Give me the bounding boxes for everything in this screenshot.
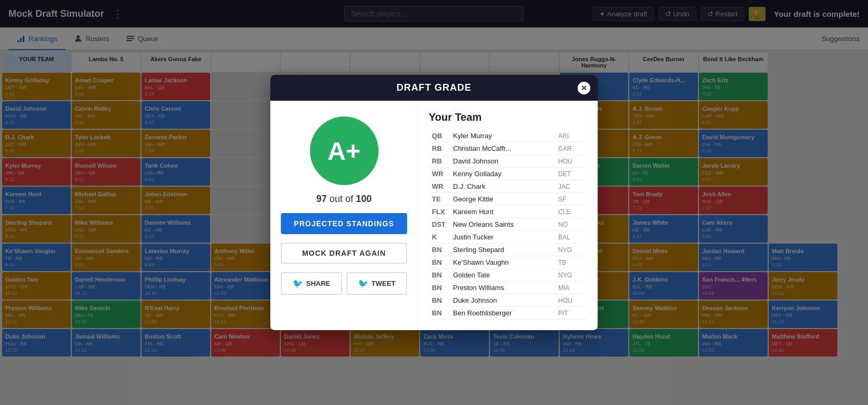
roster-name: Kyler Murray [450,130,555,142]
grade-score: 97 out of 100 [316,194,372,205]
roster-team: NYG [555,269,587,282]
roster-team: CLE [555,206,587,218]
roster-name: Kenny Golladay [450,168,555,180]
roster-row: FLXKareem HuntCLE [429,206,587,218]
roster-pos: BN [429,244,450,256]
roster-team: PIT [555,307,587,320]
roster-pos: RB [429,155,450,168]
roster-pos: BN [429,307,450,320]
roster-team: TB [555,256,587,269]
modal-right: Your Team QBKyler MurrayARIRBChristian M… [418,101,598,330]
roster-pos: DST [429,218,450,231]
roster-row: DSTNew Orleans SaintsNO [429,218,587,231]
grade-letter: A+ [327,137,361,166]
modal-header: DRAFT GRADE ✕ [270,75,598,101]
draft-grade-modal: DRAFT GRADE ✕ A+ 97 out of 100 PROJECTED… [270,75,598,330]
roster-team: BAL [555,231,587,244]
roster-pos: K [429,231,450,244]
modal-left: A+ 97 out of 100 PROJECTED STANDINGS MOC… [270,101,418,330]
roster-name: Sterling Shepard [450,244,555,256]
roster-team: DET [555,168,587,180]
roster-row: BNDuke JohnsonHOU [429,294,587,307]
roster-name: D.J. Chark [450,180,555,193]
roster-team: JAC [555,180,587,193]
roster-team: HOU [555,294,587,307]
modal-title: DRAFT GRADE [397,82,471,93]
your-team-heading: Your Team [429,111,587,123]
facebook-icon: 🐦 [293,278,303,288]
roster-row: KJustin TuckerBAL [429,231,587,244]
roster-team: CAR [555,142,587,155]
roster-pos: TE [429,193,450,206]
roster-team: HOU [555,155,587,168]
roster-name: Preston Williams [450,282,555,294]
share-button[interactable]: 🐦 SHARE [281,272,342,295]
mock-draft-again-button[interactable]: MOCK DRAFT AGAIN [281,243,407,264]
roster-name: David Johnson [450,155,555,168]
roster-row: RBDavid JohnsonHOU [429,155,587,168]
grade-circle: A+ [310,117,379,185]
roster-row: BNSterling ShepardNYG [429,244,587,256]
roster-pos: FLX [429,206,450,218]
roster-table: QBKyler MurrayARIRBChristian McCaffr...C… [429,130,587,320]
roster-name: Ke'Shawn Vaughn [450,256,555,269]
roster-name: George Kittle [450,193,555,206]
roster-row: WRKenny GolladayDET [429,168,587,180]
roster-pos: BN [429,294,450,307]
roster-pos: WR [429,168,450,180]
modal-body: A+ 97 out of 100 PROJECTED STANDINGS MOC… [270,101,598,330]
roster-pos: BN [429,269,450,282]
roster-name: Golden Tate [450,269,555,282]
projected-standings-button[interactable]: PROJECTED STANDINGS [281,213,407,234]
roster-row: BNKe'Shawn VaughnTB [429,256,587,269]
roster-team: ARI [555,130,587,142]
roster-team: NO [555,218,587,231]
twitter-icon: 🐦 [358,278,369,288]
roster-name: New Orleans Saints [450,218,555,231]
roster-pos: BN [429,256,450,269]
roster-pos: WR [429,180,450,193]
social-buttons: 🐦 SHARE 🐦 TWEET [281,272,407,295]
roster-team: SF [555,193,587,206]
roster-row: QBKyler MurrayARI [429,130,587,142]
roster-name: Ben Roethlisberger [450,307,555,320]
tweet-button[interactable]: 🐦 TWEET [346,272,408,295]
roster-row: BNBen RoethlisbergerPIT [429,307,587,320]
roster-name: Kareem Hunt [450,206,555,218]
roster-pos: BN [429,282,450,294]
modal-close-button[interactable]: ✕ [578,82,590,94]
roster-row: WRD.J. CharkJAC [429,180,587,193]
roster-pos: RB [429,142,450,155]
roster-pos: QB [429,130,450,142]
roster-name: Duke Johnson [450,294,555,307]
roster-name: Justin Tucker [450,231,555,244]
roster-row: TEGeorge KittleSF [429,193,587,206]
roster-row: BNPreston WilliamsMIA [429,282,587,294]
modal-overlay: DRAFT GRADE ✕ A+ 97 out of 100 PROJECTED… [0,0,868,405]
roster-team: NYG [555,244,587,256]
roster-row: RBChristian McCaffr...CAR [429,142,587,155]
roster-name: Christian McCaffr... [450,142,555,155]
roster-row: BNGolden TateNYG [429,269,587,282]
roster-team: MIA [555,282,587,294]
